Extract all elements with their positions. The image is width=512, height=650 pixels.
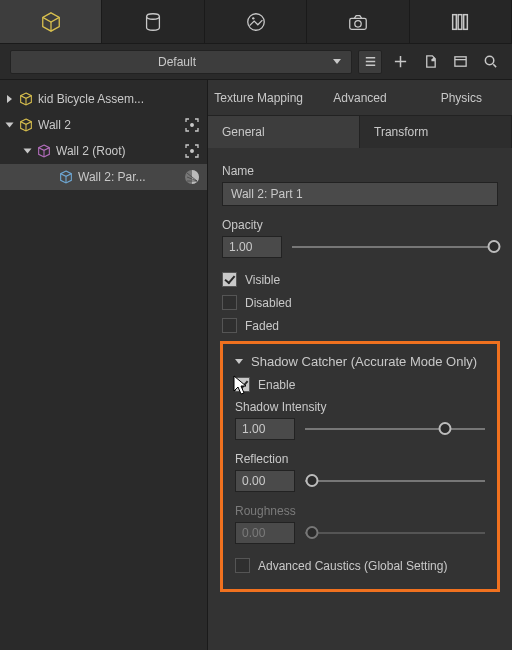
- chevron-down-icon: [235, 359, 243, 364]
- top-tab-layout[interactable]: [410, 0, 512, 43]
- tree-row[interactable]: Wall 2: Par...: [0, 164, 207, 190]
- tree-label: Wall 2 (Root): [56, 144, 179, 158]
- columns-icon: [449, 11, 471, 33]
- svg-rect-5: [453, 14, 457, 29]
- top-tab-camera[interactable]: [307, 0, 409, 43]
- tab-transform[interactable]: Transform: [360, 116, 512, 148]
- preset-toolbar: Default: [0, 44, 512, 80]
- tree-label: kid Bicycle Assem...: [38, 92, 201, 106]
- roughness-input: [235, 522, 295, 544]
- advanced-caustics-label: Advanced Caustics (Global Setting): [258, 559, 447, 573]
- section-title: Shadow Catcher (Accurate Mode Only): [251, 354, 477, 369]
- visible-label: Visible: [245, 273, 280, 287]
- add-button[interactable]: [388, 50, 412, 74]
- export-button[interactable]: [418, 50, 442, 74]
- svg-point-0: [147, 13, 160, 19]
- panel-button[interactable]: [448, 50, 472, 74]
- shadow-intensity-input[interactable]: [235, 418, 295, 440]
- cube-icon: [18, 91, 34, 107]
- faded-label: Faded: [245, 319, 279, 333]
- top-tab-model[interactable]: [0, 0, 102, 43]
- advanced-caustics-checkbox[interactable]: [235, 558, 250, 573]
- tree-row[interactable]: Wall 2: [0, 112, 207, 138]
- reflection-slider[interactable]: [305, 474, 485, 488]
- roughness-label: Roughness: [235, 504, 485, 518]
- shadow-intensity-label: Shadow Intensity: [235, 400, 485, 414]
- expand-toggle[interactable]: [22, 147, 32, 155]
- name-label: Name: [222, 164, 498, 178]
- properties-panel: Texture Mapping Advanced Physics General…: [208, 80, 512, 650]
- export-icon: [423, 54, 438, 69]
- opacity-label: Opacity: [222, 218, 498, 232]
- tree-row[interactable]: Wall 2 (Root): [0, 138, 207, 164]
- section-header[interactable]: Shadow Catcher (Accurate Mode Only): [235, 354, 485, 369]
- svg-rect-6: [458, 14, 462, 29]
- list-icon: [363, 54, 378, 69]
- focus-icon[interactable]: [183, 116, 201, 134]
- search-button[interactable]: [478, 50, 502, 74]
- scene-tree: kid Bicycle Assem... Wall 2 Wall 2 (Root…: [0, 80, 208, 650]
- focus-icon[interactable]: [183, 142, 201, 160]
- svg-point-9: [485, 56, 493, 64]
- cube-icon: [40, 11, 62, 33]
- search-icon: [483, 54, 498, 69]
- expand-toggle[interactable]: [4, 95, 14, 103]
- cylinder-icon: [142, 11, 164, 33]
- top-tab-database[interactable]: [102, 0, 204, 43]
- chevron-down-icon: [333, 59, 341, 64]
- enable-checkbox[interactable]: [235, 377, 250, 392]
- plus-icon: [393, 54, 408, 69]
- top-tab-environment[interactable]: [205, 0, 307, 43]
- main-split: kid Bicycle Assem... Wall 2 Wall 2 (Root…: [0, 80, 512, 650]
- tab-advanced[interactable]: Advanced: [309, 91, 410, 105]
- cube-outline-icon: [36, 143, 52, 159]
- enable-label: Enable: [258, 378, 295, 392]
- disabled-label: Disabled: [245, 296, 292, 310]
- tab-physics[interactable]: Physics: [411, 91, 512, 105]
- reflection-input[interactable]: [235, 470, 295, 492]
- cube-icon: [18, 117, 34, 133]
- landscape-icon: [245, 11, 267, 33]
- reflection-label: Reflection: [235, 452, 485, 466]
- preset-dropdown[interactable]: Default: [10, 50, 352, 74]
- shadow-catcher-section: Shadow Catcher (Accurate Mode Only) Enab…: [220, 341, 500, 592]
- camera-icon: [347, 11, 369, 33]
- roughness-slider: [305, 526, 485, 540]
- cube-icon: [58, 169, 74, 185]
- tree-label: Wall 2: Par...: [78, 170, 179, 184]
- svg-point-1: [247, 13, 264, 30]
- tree-label: Wall 2: [38, 118, 179, 132]
- tab-general[interactable]: General: [208, 116, 360, 148]
- shadow-intensity-slider[interactable]: [305, 422, 485, 436]
- svg-rect-8: [454, 57, 465, 66]
- material-icon[interactable]: [183, 168, 201, 186]
- list-button[interactable]: [358, 50, 382, 74]
- panel-tabs-primary: Texture Mapping Advanced Physics: [208, 80, 512, 116]
- panel-icon: [453, 54, 468, 69]
- svg-point-4: [355, 20, 361, 26]
- disabled-checkbox[interactable]: [222, 295, 237, 310]
- opacity-slider[interactable]: [292, 240, 498, 254]
- top-tab-bar: [0, 0, 512, 44]
- svg-point-2: [252, 17, 254, 19]
- tree-row[interactable]: kid Bicycle Assem...: [0, 86, 207, 112]
- name-input[interactable]: [222, 182, 498, 206]
- svg-rect-7: [464, 14, 468, 29]
- tab-texture-mapping[interactable]: Texture Mapping: [208, 91, 309, 105]
- svg-point-10: [191, 124, 194, 127]
- panel-tabs-secondary: General Transform: [208, 116, 512, 148]
- general-form: Name Opacity Visible Disabled Faded: [208, 148, 512, 650]
- opacity-input[interactable]: [222, 236, 282, 258]
- expand-toggle[interactable]: [4, 121, 14, 129]
- visible-checkbox[interactable]: [222, 272, 237, 287]
- svg-point-11: [191, 150, 194, 153]
- preset-label: Default: [21, 55, 333, 69]
- faded-checkbox[interactable]: [222, 318, 237, 333]
